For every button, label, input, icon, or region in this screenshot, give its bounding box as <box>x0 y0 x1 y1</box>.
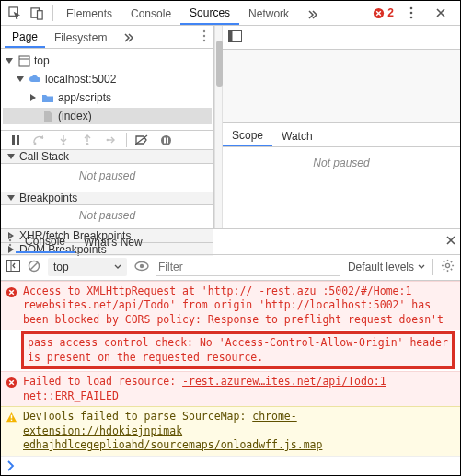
svg-rect-23 <box>229 30 233 41</box>
cloud-icon <box>29 73 41 86</box>
devtools-window: Elements Console Sources Network 2 <box>0 0 461 476</box>
console-message-text: Access to XMLHttpRequest at 'http:// -re… <box>23 284 455 328</box>
svg-point-25 <box>9 239 11 241</box>
levels-selector[interactable]: Default levels <box>348 261 425 273</box>
svg-point-15 <box>63 143 65 145</box>
svg-line-41 <box>451 261 452 262</box>
svg-rect-10 <box>19 56 29 66</box>
step-over-icon[interactable] <box>30 131 49 149</box>
device-toggle-icon[interactable] <box>27 3 47 23</box>
tree-label: localhost:5002 <box>45 73 116 86</box>
live-expression-icon[interactable] <box>134 261 149 274</box>
tab-sources[interactable]: Sources <box>180 1 239 25</box>
subtab-page[interactable]: Page <box>5 26 45 48</box>
code-editor[interactable] <box>223 50 460 123</box>
tab-elements[interactable]: Elements <box>57 1 121 25</box>
console-toolbar: top Default levels <box>1 255 460 281</box>
deactivate-breakpoints-icon[interactable] <box>133 131 151 149</box>
context-label: top <box>53 261 69 273</box>
highlighted-error-text: pass access control check: No 'Access-Co… <box>21 331 455 369</box>
error-count: 2 <box>387 6 394 19</box>
levels-label: Default levels <box>348 261 414 273</box>
pause-icon[interactable] <box>6 131 25 149</box>
svg-rect-12 <box>12 135 15 145</box>
callstack-label: Call Stack <box>19 150 69 163</box>
console-messages: Access to XMLHttpRequest at 'http:// -re… <box>1 281 460 475</box>
editor-tabbar <box>223 26 460 50</box>
console-message-text: Failed to load resource: -rest.azurew…it… <box>23 375 455 403</box>
sources-panel: Page Filesystem top localhost <box>1 26 460 228</box>
drawer-tab-whatsnew[interactable]: What's New <box>75 230 152 252</box>
breakpoints-label: Breakpoints <box>19 192 77 204</box>
tab-network[interactable]: Network <box>239 1 298 25</box>
console-error-row[interactable]: Failed to load resource: -rest.azurew…it… <box>1 371 460 406</box>
console-error-row[interactable]: Access to XMLHttpRequest at 'http:// -re… <box>1 281 460 331</box>
close-devtools-icon[interactable] <box>431 3 451 23</box>
step-icon[interactable] <box>102 131 121 149</box>
kebab-icon[interactable] <box>199 29 210 45</box>
error-count-badge[interactable]: 2 <box>373 6 394 19</box>
settings-gear-icon[interactable] <box>441 259 455 275</box>
svg-point-6 <box>410 17 413 19</box>
drawer-tab-console[interactable]: Console <box>16 229 75 253</box>
step-into-icon[interactable] <box>54 131 73 149</box>
svg-rect-2 <box>37 10 42 18</box>
callstack-header[interactable]: Call Stack <box>1 150 213 164</box>
sidebar-toggle-icon[interactable] <box>6 260 20 274</box>
kebab-icon[interactable] <box>5 234 16 250</box>
svg-point-17 <box>107 139 109 141</box>
step-out-icon[interactable] <box>78 131 97 149</box>
subtab-filesystem[interactable]: Filesystem <box>47 27 114 47</box>
tree-row-host[interactable]: localhost:5002 <box>3 71 212 87</box>
file-tree: top localhost:5002 app/scripts (index) <box>1 49 213 130</box>
navigator-subtabs: Page Filesystem <box>1 26 213 49</box>
drawer: Console What's New top Default levels <box>1 228 460 475</box>
document-icon <box>41 110 54 122</box>
clear-console-icon[interactable] <box>28 260 40 275</box>
breakpoints-header[interactable]: Breakpoints <box>1 192 213 205</box>
chevron-right-icon <box>6 460 16 471</box>
svg-point-9 <box>203 39 205 41</box>
more-subtabs-icon[interactable] <box>116 27 142 48</box>
main-toolbar: Elements Console Sources Network 2 <box>1 1 460 26</box>
console-message-text: DevTools failed to parse SourceMap: chro… <box>23 410 455 453</box>
context-selector[interactable]: top <box>48 258 127 276</box>
pane-resizer[interactable] <box>214 26 223 228</box>
chevron-down-icon <box>114 264 121 270</box>
console-warning-row[interactable]: DevTools failed to parse SourceMap: chro… <box>1 406 460 456</box>
inspect-icon[interactable] <box>5 3 25 23</box>
svg-line-38 <box>444 261 444 262</box>
svg-point-16 <box>86 143 89 145</box>
show-navigator-icon[interactable] <box>228 30 242 45</box>
tab-scope[interactable]: Scope <box>223 124 272 146</box>
tree-label: app/scripts <box>58 91 111 104</box>
svg-point-5 <box>410 12 413 15</box>
svg-rect-13 <box>17 135 19 145</box>
kebab-menu-icon[interactable] <box>401 3 421 23</box>
tree-label: top <box>34 54 50 67</box>
tree-row-file[interactable]: (index) <box>3 108 212 124</box>
svg-point-4 <box>410 7 413 10</box>
filter-input[interactable] <box>156 258 340 276</box>
svg-line-39 <box>451 269 452 270</box>
drawer-close-icon[interactable] <box>445 235 456 249</box>
tab-watch[interactable]: Watch <box>272 125 322 145</box>
svg-rect-21 <box>167 137 168 143</box>
tab-console[interactable]: Console <box>121 1 180 25</box>
tree-row-folder[interactable]: app/scripts <box>3 89 212 106</box>
debugger-toolbar <box>1 130 213 150</box>
svg-rect-20 <box>164 137 166 143</box>
svg-point-32 <box>140 264 144 268</box>
breakpoints-empty: Not paused <box>1 205 213 229</box>
navigator-panel: Page Filesystem top localhost <box>1 26 214 228</box>
more-tabs-icon[interactable] <box>298 1 328 25</box>
pause-on-exceptions-icon[interactable] <box>156 131 175 149</box>
tree-row-top[interactable]: top <box>3 52 212 69</box>
svg-rect-45 <box>10 420 11 421</box>
tree-label: (index) <box>58 110 92 122</box>
error-icon <box>5 377 17 389</box>
svg-line-40 <box>444 269 444 270</box>
console-prompt[interactable] <box>1 456 460 475</box>
svg-point-26 <box>9 244 11 246</box>
warning-icon <box>5 412 17 424</box>
